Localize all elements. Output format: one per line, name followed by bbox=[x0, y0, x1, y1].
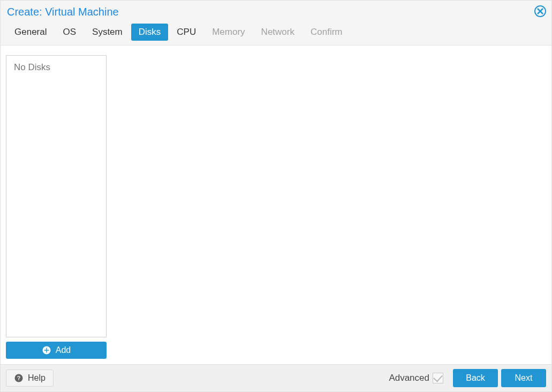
tab-memory: Memory bbox=[205, 24, 252, 41]
help-button[interactable]: ? Help bbox=[6, 370, 54, 387]
dialog-title: Create: Virtual Machine bbox=[7, 6, 119, 18]
advanced-toggle-wrap: Advanced bbox=[389, 373, 443, 383]
tab-content-disks: No Disks Add bbox=[1, 46, 551, 364]
tab-disks[interactable]: Disks bbox=[131, 24, 169, 41]
tab-network: Network bbox=[254, 24, 302, 41]
add-disk-button[interactable]: Add bbox=[6, 342, 107, 359]
help-label: Help bbox=[28, 373, 46, 383]
advanced-checkbox[interactable] bbox=[433, 373, 443, 383]
tab-system[interactable]: System bbox=[85, 24, 130, 41]
advanced-label: Advanced bbox=[389, 373, 429, 383]
help-icon: ? bbox=[14, 373, 24, 383]
close-button[interactable] bbox=[534, 5, 546, 17]
svg-text:?: ? bbox=[17, 375, 20, 381]
close-icon bbox=[537, 8, 543, 14]
svg-rect-4 bbox=[44, 350, 49, 351]
title-bar: Create: Virtual Machine bbox=[1, 1, 551, 20]
disk-list: No Disks bbox=[6, 55, 107, 337]
dialog-footer: ? Help Advanced Back Next bbox=[1, 364, 551, 391]
tab-os[interactable]: OS bbox=[55, 24, 84, 41]
next-button[interactable]: Next bbox=[501, 369, 546, 387]
plus-circle-icon bbox=[42, 345, 51, 355]
wizard-tabs: General OS System Disks CPU Memory Netwo… bbox=[1, 20, 551, 46]
tab-cpu[interactable]: CPU bbox=[169, 24, 203, 41]
disk-panel: No Disks Add bbox=[6, 55, 107, 359]
back-button[interactable]: Back bbox=[453, 369, 498, 387]
add-disk-label: Add bbox=[56, 345, 71, 355]
tab-general[interactable]: General bbox=[7, 24, 54, 41]
create-vm-dialog: Create: Virtual Machine General OS Syste… bbox=[0, 0, 552, 392]
disk-list-empty-text: No Disks bbox=[14, 62, 99, 73]
tab-confirm: Confirm bbox=[303, 24, 350, 41]
